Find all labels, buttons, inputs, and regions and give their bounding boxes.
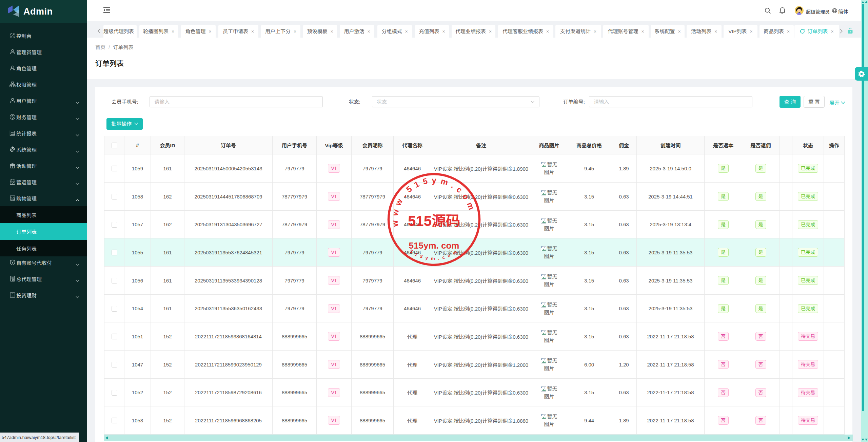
svg-text:515源码: 515源码: [408, 213, 460, 229]
svg-text:515ym. com: 515ym. com: [409, 240, 459, 251]
